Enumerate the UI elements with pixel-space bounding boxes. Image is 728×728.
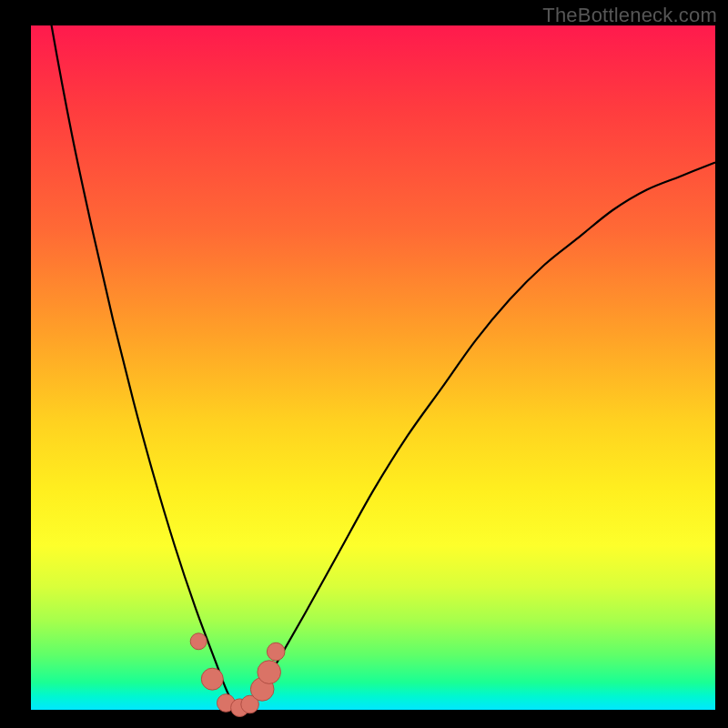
bottleneck-curve-svg [31,25,715,710]
bottleneck-curve [31,0,715,710]
marker-group [190,633,285,717]
plot-area [31,25,715,710]
curve-marker [201,668,223,690]
curve-marker [258,661,281,684]
curve-marker [190,633,207,650]
watermark-text: TheBottleneck.com [542,4,717,27]
curve-marker [267,642,285,661]
chart-frame: TheBottleneck.com [0,0,728,728]
